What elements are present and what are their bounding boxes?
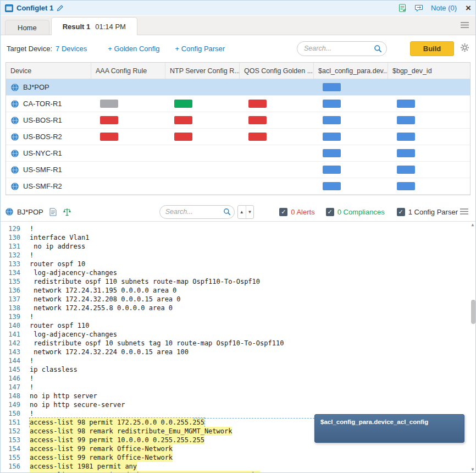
config-scrollbar[interactable] [471, 300, 475, 324]
table-row[interactable]: CA-TOR-R1 [6, 96, 470, 112]
column-header-4[interactable]: $acl_config_para.dev... [314, 63, 388, 79]
result-bar-red[interactable] [100, 116, 118, 124]
config-line-146[interactable]: 146! [0, 374, 476, 383]
result-cell [165, 79, 240, 95]
export-report-icon[interactable] [398, 4, 407, 12]
column-header-3[interactable]: QOS Config Golden ... [240, 63, 314, 79]
edit-title-icon[interactable] [57, 4, 64, 12]
config-line-157[interactable]: 157access-list 189 permit udp host 143.3… [0, 471, 476, 473]
config-line-154[interactable]: 154access-list 99 remark Office-Network [0, 444, 476, 453]
config-line-145[interactable]: 145ip classless [0, 365, 476, 374]
device-search-input[interactable] [304, 45, 374, 52]
config-line-134[interactable]: 134 log-adjacency-changes [0, 268, 476, 277]
search-icon[interactable] [223, 208, 231, 216]
config-line-132[interactable]: 132! [0, 251, 476, 260]
note-link[interactable]: Note (0) [431, 4, 457, 12]
result-bar-red[interactable] [248, 133, 267, 141]
config-line-129[interactable]: 129! [0, 224, 476, 233]
config-parser-checkbox[interactable]: ✓ [397, 208, 405, 216]
config-line-137[interactable]: 137 network 172.24.32.208 0.0.0.15 area … [0, 295, 476, 304]
search-prev-icon[interactable]: ▲ [238, 206, 246, 218]
line-number: 137 [0, 295, 20, 304]
search-next-icon[interactable]: ▼ [246, 206, 254, 218]
result-bar-green[interactable] [174, 100, 192, 108]
scroll-up-icon[interactable]: ▲ [470, 222, 475, 227]
app-window: { "titlebar": { "title": "Configlet 1", … [0, 0, 476, 473]
config-text: redistribute ospf 110 subnets route-map … [30, 277, 260, 286]
search-icon[interactable] [374, 45, 382, 53]
column-header-1[interactable]: AAA Config Rule [91, 63, 165, 79]
result-bar-red[interactable] [248, 116, 267, 124]
config-line-133[interactable]: 133router ospf 10 [0, 260, 476, 268]
export-config-icon[interactable] [49, 208, 57, 216]
device-cell: US-SMF-R2 [6, 178, 91, 194]
tab-result-1[interactable]: Result 1 01:14 PM [51, 17, 137, 35]
config-line-141[interactable]: 141 log-adjacency-changes [0, 330, 476, 339]
config-line-139[interactable]: 139! [0, 312, 476, 321]
result-bar-red[interactable] [100, 133, 118, 141]
config-line-149[interactable]: 149no ip http secure-server [0, 400, 476, 409]
table-row[interactable]: US-SMF-R1 [6, 162, 470, 178]
config-text: ! [30, 383, 34, 392]
result-bar-red[interactable] [174, 133, 192, 141]
settings-gear-icon[interactable] [460, 43, 469, 54]
add-golden-config-link[interactable]: + Golden Config [108, 45, 159, 53]
tab-home[interactable]: Home [5, 20, 49, 35]
compliances-checkbox[interactable]: ✓ [326, 208, 334, 216]
configlet-icon [5, 4, 13, 12]
result-bar-blue[interactable] [323, 182, 341, 190]
config-parser-filter: ✓ 1 Config Parser [397, 208, 458, 216]
result-bar-blue[interactable] [397, 116, 415, 124]
result-bar-blue[interactable] [397, 100, 415, 108]
column-header-0[interactable]: Device [6, 63, 91, 79]
compare-config-icon[interactable] [63, 208, 71, 216]
result-bar-blue[interactable] [323, 100, 341, 108]
config-line-144[interactable]: 144! [0, 356, 476, 365]
scroll-down-icon[interactable]: ▼ [470, 467, 475, 472]
table-row[interactable]: US-BOS-R1 [6, 112, 470, 129]
config-line-143[interactable]: 143 network 172.24.32.224 0.0.0.15 area … [0, 348, 476, 356]
config-line-155[interactable]: 155access-list 99 remark Office-Network [0, 453, 476, 462]
result-bar-red[interactable] [248, 100, 267, 108]
result-bar-blue[interactable] [323, 83, 341, 91]
table-row[interactable]: BJ*POP [6, 79, 470, 96]
config-line-136[interactable]: 136 network 172.24.31.195 0.0.0.0 area 0 [0, 286, 476, 295]
parser-variable-tooltip: $acl_config_para.device_acl_config [314, 414, 464, 443]
add-config-parser-link[interactable]: + Config Parser [175, 45, 225, 53]
result-bar-blue[interactable] [397, 166, 415, 174]
config-line-130[interactable]: 130interface Vlan1 [0, 233, 476, 242]
detail-menu-icon[interactable] [458, 205, 471, 219]
target-device-count-link[interactable]: 7 Devices [56, 45, 87, 53]
result-bar-blue[interactable] [323, 133, 341, 141]
result-bar-blue[interactable] [323, 116, 341, 124]
result-bar-red[interactable] [174, 116, 192, 124]
close-icon[interactable]: × [466, 3, 471, 13]
config-text: ! [30, 409, 34, 418]
tab-menu-icon[interactable] [458, 18, 471, 32]
config-line-156[interactable]: 156access-list 1981 permit any [0, 462, 476, 471]
result-bar-blue[interactable] [397, 133, 415, 141]
table-row[interactable]: US-SMF-R2 [6, 178, 470, 195]
column-header-5[interactable]: $bgp_dev_id [388, 63, 470, 79]
config-search-input[interactable] [165, 208, 223, 216]
line-number: 136 [0, 286, 20, 295]
config-line-142[interactable]: 142 redistribute ospf 10 subnets tag 10 … [0, 339, 476, 348]
config-line-148[interactable]: 148no ip http server [0, 392, 476, 400]
config-line-135[interactable]: 135 redistribute ospf 110 subnets route-… [0, 277, 476, 286]
table-row[interactable]: US-BOS-R2 [6, 129, 470, 145]
config-line-131[interactable]: 131 no ip address [0, 242, 476, 251]
config-line-140[interactable]: 140router ospf 110 [0, 321, 476, 330]
column-header-2[interactable]: NTP Server Config R... [165, 63, 240, 79]
alerts-checkbox[interactable]: ✓ [279, 208, 287, 216]
feedback-icon[interactable] [414, 4, 423, 12]
result-bar-gray[interactable] [100, 100, 118, 108]
result-bar-blue[interactable] [397, 149, 415, 157]
result-bar-blue[interactable] [323, 149, 341, 157]
result-bar-blue[interactable] [323, 166, 341, 174]
result-bar-blue[interactable] [397, 182, 415, 190]
build-button[interactable]: Build [410, 41, 454, 56]
table-row[interactable]: US-NYC-R1 [6, 145, 470, 162]
config-line-147[interactable]: 147! [0, 383, 476, 392]
config-line-138[interactable]: 138 network 172.24.255.8 0.0.0.0 area 0 [0, 304, 476, 312]
line-number: 156 [0, 462, 20, 471]
